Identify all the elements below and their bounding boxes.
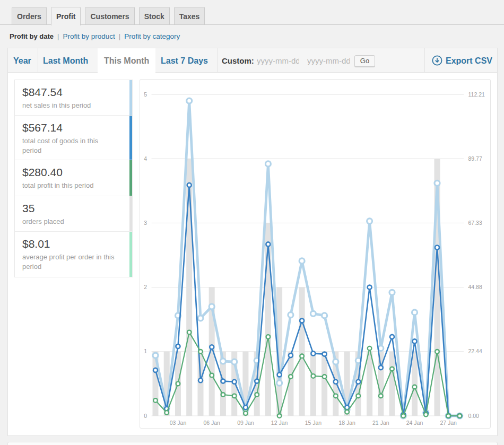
svg-text:22.44: 22.44 [468, 348, 482, 354]
svg-text:15 Jan: 15 Jan [305, 420, 322, 426]
svg-text:89.77: 89.77 [468, 155, 482, 162]
svg-text:4: 4 [144, 155, 147, 162]
svg-text:27 Jan: 27 Jan [440, 420, 457, 426]
svg-text:2: 2 [144, 284, 147, 290]
svg-text:44.88: 44.88 [468, 284, 482, 290]
svg-text:06 Jan: 06 Jan [203, 420, 220, 426]
svg-text:5: 5 [144, 91, 147, 98]
svg-text:112.21: 112.21 [468, 91, 485, 98]
svg-text:0: 0 [144, 413, 147, 419]
svg-text:3: 3 [144, 220, 147, 226]
svg-text:18 Jan: 18 Jan [338, 420, 355, 426]
svg-text:24 Jan: 24 Jan [406, 420, 423, 426]
svg-text:67.33: 67.33 [468, 220, 482, 226]
svg-text:09 Jan: 09 Jan [237, 420, 254, 426]
svg-text:0.00: 0.00 [468, 413, 480, 419]
svg-text:21 Jan: 21 Jan [372, 420, 389, 426]
svg-text:1: 1 [144, 348, 147, 354]
svg-text:12 Jan: 12 Jan [271, 420, 288, 426]
svg-text:03 Jan: 03 Jan [170, 420, 187, 426]
